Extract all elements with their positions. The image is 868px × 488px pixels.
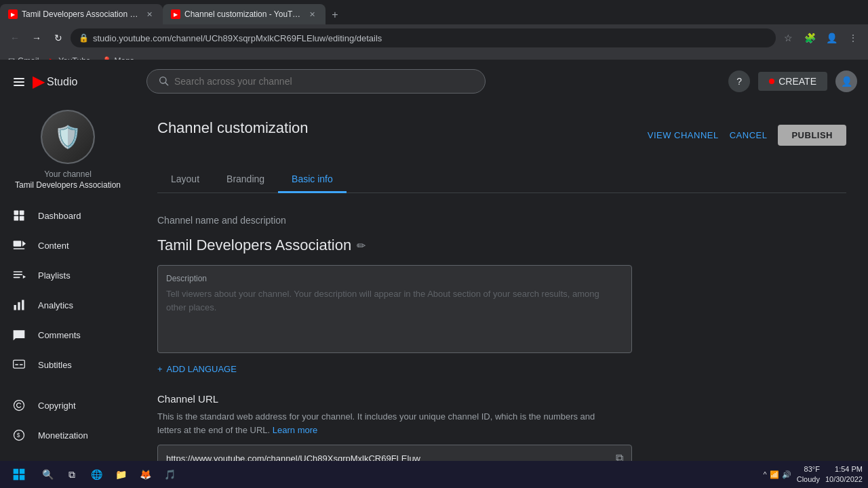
hamburger-menu[interactable] — [11, 74, 27, 90]
tab-favicon-2: ▶ — [171, 9, 180, 19]
taskbar-app2-icon[interactable]: 🎵 — [160, 465, 179, 484]
learn-more-link[interactable]: Learn more — [273, 425, 317, 435]
svg-rect-8 — [14, 274, 22, 275]
description-box[interactable]: Description Tell viewers about your chan… — [157, 265, 632, 353]
url-description: This is the standard web address for you… — [157, 410, 618, 436]
svg-rect-1 — [20, 211, 24, 216]
user-avatar[interactable]: 👤 — [835, 70, 857, 92]
youtube-logo-icon: ▶ — [33, 73, 44, 91]
taskbar-search-icon[interactable]: 🔍 — [38, 465, 57, 484]
basic-info-section: Channel name and description Tamil Devel… — [157, 215, 846, 461]
tab-basic-info[interactable]: Basic info — [278, 167, 347, 193]
extensions-icon[interactable]: 🧩 — [800, 28, 819, 47]
subtitles-icon — [11, 357, 27, 373]
svg-rect-4 — [14, 241, 22, 246]
sidebar-item-playlists[interactable]: Playlists — [0, 260, 136, 290]
svg-rect-16 — [20, 364, 23, 365]
browser-tab-1[interactable]: ▶ Tamil Developers Association - Y... ✕ — [0, 4, 163, 24]
tab-layout[interactable]: Layout — [157, 167, 213, 193]
svg-rect-9 — [14, 277, 20, 279]
playlists-icon — [11, 267, 27, 283]
taskbar-taskview-icon[interactable]: ⧉ — [62, 465, 81, 484]
analytics-icon — [11, 297, 27, 313]
svg-rect-2 — [14, 216, 19, 221]
copyright-icon — [11, 397, 27, 413]
svg-point-17 — [14, 401, 24, 411]
publish-button[interactable]: PUBLISH — [778, 125, 846, 146]
reload-button[interactable]: ↻ — [49, 28, 68, 47]
svg-rect-13 — [22, 300, 24, 310]
sidebar-item-content[interactable]: Content — [0, 230, 136, 260]
url-section: Channel URL This is the standard web add… — [157, 393, 846, 461]
weather-widget: 83°F Cloudy — [797, 464, 820, 485]
topbar: ? CREATE 👤 — [136, 60, 868, 103]
sidebar-item-monetization[interactable]: $ Monetization — [0, 420, 136, 450]
taskbar-app1-icon[interactable]: 🦊 — [136, 465, 155, 484]
tab-close-1[interactable]: ✕ — [144, 9, 155, 20]
sidebar-label-analytics: Analytics — [38, 300, 73, 310]
svg-rect-11 — [14, 305, 16, 310]
menu-icon[interactable]: ⋮ — [844, 28, 863, 47]
svg-rect-7 — [14, 271, 22, 272]
add-language-icon: + — [157, 364, 163, 374]
sidebar-channel-name: Tamil Developers Association — [15, 180, 121, 190]
create-label: CREATE — [778, 76, 816, 87]
new-tab-button[interactable]: + — [326, 5, 344, 24]
back-button[interactable]: ← — [5, 28, 24, 47]
svg-rect-6 — [14, 248, 25, 249]
search-bar[interactable] — [146, 69, 486, 94]
clock-time: 1:54 PM — [835, 465, 863, 473]
forward-button[interactable]: → — [27, 28, 46, 47]
cancel-button[interactable]: CANCEL — [730, 130, 768, 140]
tray-icon-1: ^ — [764, 470, 767, 479]
description-label: Description — [166, 274, 623, 283]
sidebar-item-copyright[interactable]: Copyright — [0, 390, 136, 420]
yt-studio-logo: ▶ Studio — [33, 73, 77, 91]
url-value: https://www.youtube.com/channel/UCh89Xsq… — [166, 453, 610, 462]
comments-icon — [11, 327, 27, 343]
svg-rect-27 — [20, 475, 25, 481]
address-bar[interactable]: 🔒 studio.youtube.com/channel/UCh89XsqrpM… — [71, 28, 776, 47]
add-language-button[interactable]: + ADD LANGUAGE — [157, 364, 846, 374]
tab-bar: ▶ Tamil Developers Association - Y... ✕ … — [0, 0, 868, 24]
create-button[interactable]: CREATE — [758, 72, 827, 91]
taskbar-left: 🔍 ⧉ 🌐 📁 🦊 🎵 — [5, 461, 179, 488]
sidebar-item-analytics[interactable]: Analytics — [0, 290, 136, 320]
help-icon[interactable]: ? — [728, 70, 750, 92]
svg-rect-3 — [20, 216, 24, 221]
search-input[interactable] — [174, 76, 474, 87]
sidebar-label-content: Content — [38, 241, 69, 251]
sidebar-item-subtitles[interactable]: Subtitles — [0, 350, 136, 380]
windows-start-button[interactable] — [5, 461, 33, 488]
avatar[interactable]: 🛡️ — [41, 110, 95, 164]
weather-condition: Cloudy — [797, 475, 820, 483]
tab-favicon-1: ▶ — [8, 9, 18, 19]
sidebar-item-dashboard[interactable]: Dashboard — [0, 201, 136, 230]
svg-marker-10 — [23, 275, 26, 279]
profile-icon[interactable]: 👤 — [822, 28, 841, 47]
edit-channel-name-icon[interactable]: ✏ — [357, 239, 366, 252]
avatar-image: 🛡️ — [42, 110, 94, 164]
volume-icon: 🔊 — [782, 470, 791, 479]
copy-url-icon[interactable]: ⧉ — [616, 452, 623, 461]
sidebar-label-playlists: Playlists — [38, 270, 71, 281]
svg-text:$: $ — [17, 432, 20, 439]
channel-name-display: Tamil Developers Association ✏ — [157, 237, 846, 254]
network-icon: 📶 — [770, 470, 779, 479]
tab-close-2[interactable]: ✕ — [307, 9, 317, 20]
svg-rect-15 — [15, 364, 18, 365]
taskbar-edge-icon[interactable]: 🌐 — [87, 465, 106, 484]
sidebar: ▶ Studio 🛡️ Your channel Tamil Developer… — [0, 60, 136, 461]
tab-title-2: Channel customization - YouTu... — [184, 9, 302, 19]
create-dot — [769, 79, 774, 84]
clock-date: 10/30/2022 — [825, 475, 863, 483]
channel-name-text: Tamil Developers Association — [157, 237, 351, 254]
bookmark-icon[interactable]: ☆ — [778, 28, 797, 47]
svg-rect-25 — [20, 469, 25, 474]
sidebar-logo[interactable]: ▶ Studio — [0, 65, 136, 99]
taskbar-explorer-icon[interactable]: 📁 — [111, 465, 130, 484]
browser-tab-2[interactable]: ▶ Channel customization - YouTu... ✕ — [163, 4, 326, 24]
view-channel-button[interactable]: VIEW CHANNEL — [648, 130, 719, 140]
tab-branding[interactable]: Branding — [213, 167, 278, 193]
sidebar-item-comments[interactable]: Comments — [0, 320, 136, 350]
